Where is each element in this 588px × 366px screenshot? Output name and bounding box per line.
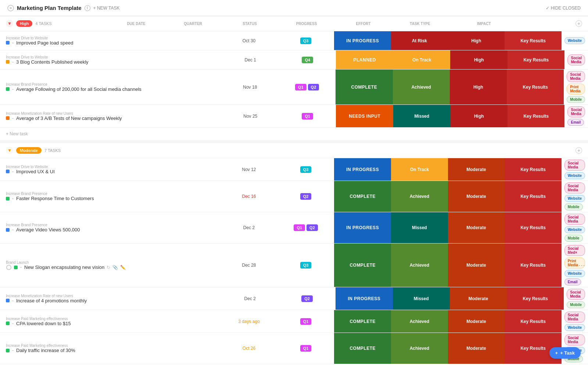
task-info: Increase Drive to Website ⌁ Improved UX … [0, 158, 220, 181]
quarter-badge[interactable]: Q3 [300, 38, 312, 44]
impact-tag: Website [564, 226, 585, 233]
due-date: Nov 18 [243, 85, 257, 90]
task-name[interactable]: Increase of 4 promotions monthly [16, 298, 87, 303]
impact-tag: Social Media [564, 182, 585, 193]
checkbox[interactable] [6, 264, 12, 270]
task-row-highlight: Brand Launch ⌁ New Slogan encapsulating … [0, 244, 588, 287]
task-dot [6, 321, 10, 325]
quarter-badge[interactable]: Q2 [301, 295, 313, 302]
quarter-badge[interactable]: Q1 [294, 224, 305, 231]
task-info: Increase Paid Marketing effectiveness ⌁ … [0, 310, 220, 333]
task-name[interactable]: 3 Blog Contents Published weekly [16, 59, 89, 65]
task-type-text: Key Results [520, 263, 546, 268]
section-toggle-high[interactable]: ▼ [6, 20, 13, 27]
quarter-cell: Q1 [277, 310, 334, 333]
impact-tag: Social Med× [564, 245, 585, 256]
impact-tag: Social Media [564, 334, 585, 345]
quarter-badge[interactable]: Q2 [308, 84, 319, 90]
task-info: Increase Drive to Website ⌁ Improved Pag… [0, 31, 220, 50]
due-date: Dec 1 [245, 57, 256, 63]
task-name[interactable]: Improved Page load speed [16, 40, 73, 46]
progress-text: On Track [412, 57, 431, 63]
due-date: Dec 28 [242, 263, 256, 268]
quarter-badge[interactable]: Q1 [300, 318, 312, 325]
add-task-high[interactable]: + New task [0, 128, 588, 140]
task-name[interactable]: Daily traffic increase of 30% [16, 348, 75, 353]
col-quarter: QUARTER [165, 22, 221, 26]
section-header-moderate: ▼ Moderate 7 TASKS + [0, 143, 588, 158]
dependency-icon: ⌁ [12, 87, 14, 91]
quarter-badge[interactable]: Q1 [295, 84, 306, 90]
effort-cell: Moderate [448, 310, 505, 333]
attachment-icon[interactable]: 📎 [112, 265, 118, 270]
task-dot [6, 349, 10, 352]
col-impact: IMPACT [448, 22, 519, 26]
quarter-badge[interactable]: Q3 [300, 262, 312, 269]
status-cell: NEEDS INPUT [336, 105, 393, 127]
status-cell: IN PROGRESS [334, 31, 391, 50]
dependency-icon: ⌁ [12, 41, 14, 45]
progress-cell: Achieved [391, 244, 448, 287]
status-cell: PLANNED [336, 50, 393, 69]
section-toggle-moderate[interactable]: ▼ [6, 147, 13, 154]
impact-tag: Social Media [567, 289, 585, 300]
due-date: Oct 30 [243, 38, 255, 43]
task-name-row: ⌁ CPA lowered down to $15 [6, 321, 215, 326]
dependency-icon: ⌁ [12, 196, 14, 200]
due-date-cell: Dec 1 [222, 50, 279, 69]
task-info: Increase Brand Presence ⌁ Faster Respons… [0, 181, 220, 212]
info-icon[interactable]: i [85, 5, 90, 11]
edit-icon[interactable]: ✏️ [120, 265, 126, 270]
task-name[interactable]: New Slogan encapsulating new vision [24, 264, 104, 270]
quarter-cell: Q3 [277, 31, 334, 50]
sync-icon[interactable]: ↻ [107, 265, 110, 270]
due-date: Nov 12 [242, 167, 256, 172]
task-row: Increase Monetization Rate of new Users … [0, 287, 588, 310]
task-parent: Increase Paid Marketing effectiveness [6, 344, 215, 348]
effort-cell: High [450, 105, 508, 127]
impact-tag: Email [567, 119, 584, 126]
quarter-badge[interactable]: Q1 [302, 113, 313, 120]
task-name-row: ⌁ Average Following of 200,000 for all S… [6, 86, 216, 92]
new-task-button[interactable]: + NEW TASK [93, 6, 120, 11]
due-date-cell: Dec 28 [220, 244, 277, 287]
add-task-moderate[interactable]: + New task [0, 364, 588, 366]
add-section-icon-high[interactable]: + [576, 20, 582, 27]
quarter-badge[interactable]: Q2 [300, 193, 312, 200]
priority-badge-moderate: Moderate [16, 147, 42, 154]
more-options-icon[interactable]: ⋯ [578, 261, 585, 269]
hide-closed-button[interactable]: ✓ HIDE CLOSED [546, 6, 581, 11]
task-type-text: Key Results [520, 167, 546, 172]
task-name[interactable]: Improved UX & UI [16, 169, 55, 174]
impact-tag: Print Media [567, 83, 585, 95]
quarter-badge[interactable]: Q3 [300, 166, 312, 173]
due-date: Dec 2 [243, 225, 255, 230]
effort-text: Moderate [466, 194, 486, 199]
quarter-badge[interactable]: Q4 [302, 57, 313, 63]
effort-text: Moderate [466, 319, 486, 324]
status-text: IN PROGRESS [348, 296, 380, 301]
effort-text: High [473, 85, 483, 90]
quarter-badge[interactable]: Q2 [306, 224, 318, 231]
task-name[interactable]: Average of 3 A/B Tests of New campaigns … [16, 116, 122, 121]
status-text: PLANNED [353, 57, 376, 63]
task-type-text: Key Results [523, 296, 548, 301]
add-section-icon-moderate[interactable]: + [576, 147, 582, 154]
impact-tag: Social Media [567, 71, 585, 82]
quarter-cell: Q1 [279, 105, 336, 127]
impact-tag: Mobile [564, 203, 583, 210]
task-type-text: Key Results [523, 114, 549, 119]
task-name[interactable]: CPA lowered down to $15 [16, 321, 71, 326]
impact-tag: Website [564, 37, 585, 44]
task-name[interactable]: Faster Response Time to Customers [16, 196, 94, 201]
task-name[interactable]: Average Video Views 500,000 [16, 227, 80, 232]
status-text: COMPLETE [349, 194, 376, 199]
impact-tag: Website [564, 172, 585, 179]
task-name[interactable]: Average Following of 200,000 for all Soc… [16, 86, 141, 92]
col-due-date: DUE DATE [108, 22, 164, 26]
floating-task-button[interactable]: + + Task [549, 347, 581, 359]
quarter-badge[interactable]: Q1 [300, 345, 312, 352]
quarter-cell: Q3 [277, 158, 334, 181]
progress-cell: Achieved [393, 70, 450, 104]
impact-tag: Mobile [564, 235, 583, 242]
